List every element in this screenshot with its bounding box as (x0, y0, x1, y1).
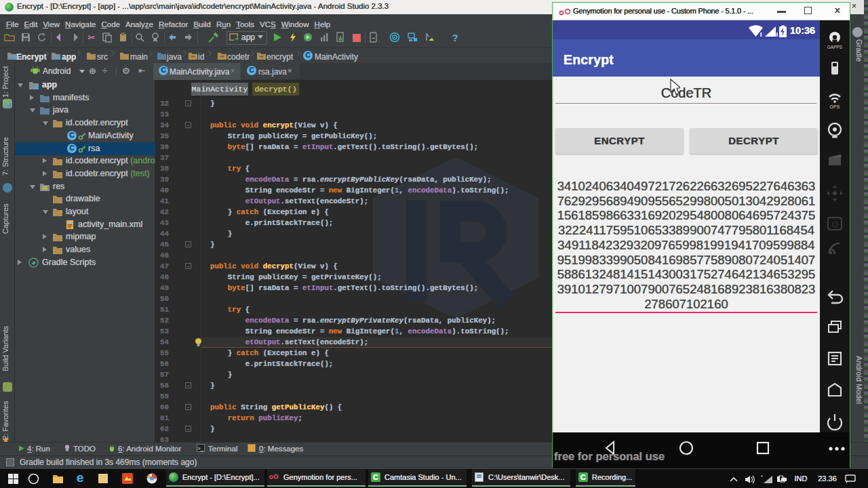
svg-text:*: * (761, 474, 763, 479)
svg-text:GAPPS: GAPPS (827, 45, 843, 49)
svg-text:ID: ID (831, 221, 838, 228)
svg-text:GPS: GPS (830, 104, 840, 109)
